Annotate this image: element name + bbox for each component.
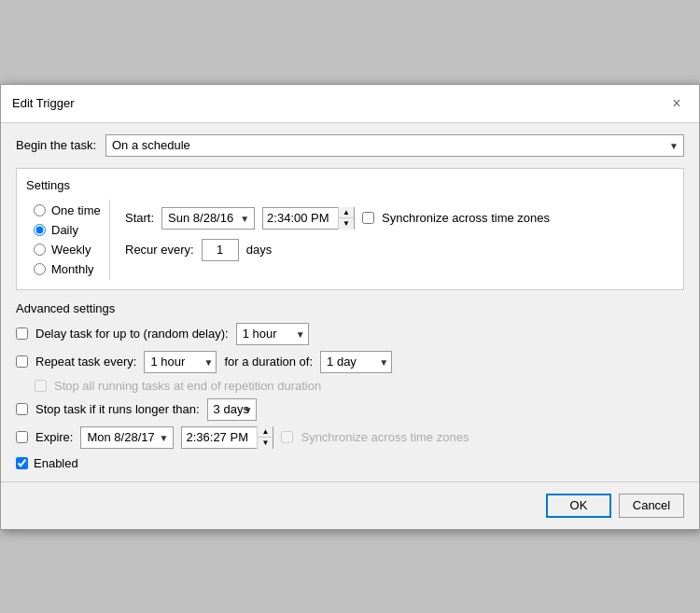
radio-monthly-input[interactable] — [34, 263, 46, 275]
start-time-input[interactable] — [263, 208, 338, 229]
radio-weekly-label[interactable]: Weekly — [51, 243, 91, 257]
start-time-down[interactable]: ▼ — [339, 218, 354, 230]
repeat-task-checkbox[interactable] — [16, 355, 28, 368]
stop-repetition-checkbox[interactable] — [35, 380, 47, 392]
expire-checkbox[interactable] — [16, 431, 28, 443]
expire-time-spinner: ▲ ▼ — [181, 426, 273, 449]
expire-sync-label: Synchronize across time zones — [301, 430, 469, 444]
enabled-row: Enabled — [16, 456, 684, 470]
stop-repetition-label: Stop all running tasks at end of repetit… — [54, 379, 321, 393]
radio-one-time: One time — [34, 203, 102, 217]
enabled-label[interactable]: Enabled — [34, 456, 78, 470]
stop-longer-checkbox[interactable] — [16, 403, 28, 415]
edit-trigger-dialog: Edit Trigger × Begin the task: On a sche… — [0, 84, 700, 530]
expire-time-input[interactable] — [182, 427, 257, 448]
delay-task-checkbox[interactable] — [16, 327, 28, 340]
bottom-buttons: OK Cancel — [1, 481, 699, 529]
expire-time-up[interactable]: ▲ — [258, 426, 273, 439]
begin-task-select[interactable]: On a schedule At log on At startup — [105, 134, 684, 157]
radio-daily-input[interactable] — [34, 224, 46, 236]
repeat-task-label[interactable]: Repeat task every: — [35, 355, 136, 369]
start-time-spinner: ▲ ▼ — [262, 207, 355, 230]
begin-task-dropdown-wrapper: On a schedule At log on At startup ▼ — [105, 134, 684, 157]
sync-timezone-label[interactable]: Synchronize across time zones — [382, 211, 550, 225]
schedule-area: Start: Sun 8/28/16 ▼ ▲ ▼ — [110, 200, 674, 280]
recur-input[interactable] — [202, 239, 239, 261]
radio-daily: Daily — [34, 223, 102, 237]
expire-date-select[interactable]: Mon 8/28/17 — [80, 426, 174, 449]
enabled-checkbox[interactable] — [16, 457, 28, 469]
stop-repetition-row: Stop all running tasks at end of repetit… — [16, 379, 684, 393]
stop-longer-select[interactable]: 3 days 1 hour 1 day — [207, 398, 257, 421]
expire-row: Expire: Mon 8/28/17 ▼ ▲ ▼ Synchronize ac… — [16, 426, 684, 449]
duration-dropdown-wrapper: 1 day Indefinitely 1 hour ▼ — [320, 351, 392, 373]
advanced-label: Advanced settings — [16, 301, 684, 315]
delay-select[interactable]: 1 hour 30 minutes 2 hours — [236, 323, 309, 345]
radio-daily-label[interactable]: Daily — [51, 223, 78, 237]
expire-date-wrapper: Mon 8/28/17 ▼ — [80, 426, 174, 449]
start-label: Start: — [125, 211, 154, 225]
sync-timezone-checkbox[interactable] — [362, 212, 374, 224]
begin-task-row: Begin the task: On a schedule At log on … — [16, 134, 684, 157]
stop-longer-label[interactable]: Stop task if it runs longer than: — [35, 402, 200, 416]
radio-column: One time Daily Weekly Monthly — [26, 200, 110, 280]
advanced-section: Advanced settings Delay task for up to (… — [16, 301, 684, 470]
recur-unit: days — [246, 243, 272, 257]
repeat-task-row: Repeat task every: 1 hour 30 minutes 2 h… — [16, 351, 684, 373]
ok-button[interactable]: OK — [546, 494, 611, 518]
radio-monthly-label[interactable]: Monthly — [51, 262, 94, 276]
recur-label: Recur every: — [125, 243, 194, 257]
radio-monthly: Monthly — [34, 262, 102, 276]
begin-task-label: Begin the task: — [16, 138, 96, 152]
settings-inner: One time Daily Weekly Monthly — [26, 200, 674, 280]
stop-longer-row: Stop task if it runs longer than: 3 days… — [16, 398, 684, 421]
delay-task-label[interactable]: Delay task for up to (random delay): — [35, 327, 229, 341]
repeat-dropdown-wrapper: 1 hour 30 minutes 2 hours ▼ — [144, 351, 217, 373]
expire-label[interactable]: Expire: — [35, 430, 73, 444]
expire-sync-checkbox[interactable] — [281, 431, 293, 443]
radio-one-time-label[interactable]: One time — [51, 203, 101, 217]
dialog-title: Edit Trigger — [12, 96, 74, 110]
radio-weekly: Weekly — [34, 243, 102, 257]
duration-select[interactable]: 1 day Indefinitely 1 hour — [320, 351, 392, 373]
close-button[interactable]: × — [665, 92, 688, 115]
start-date-select[interactable]: Sun 8/28/16 — [161, 207, 255, 230]
expire-time-down[interactable]: ▼ — [258, 438, 273, 449]
start-row: Start: Sun 8/28/16 ▼ ▲ ▼ — [125, 207, 659, 230]
start-time-arrows: ▲ ▼ — [338, 207, 354, 230]
recur-row: Recur every: days — [125, 239, 659, 261]
cancel-button[interactable]: Cancel — [619, 494, 684, 518]
settings-label: Settings — [26, 178, 674, 192]
delay-task-row: Delay task for up to (random delay): 1 h… — [16, 323, 684, 345]
radio-one-time-input[interactable] — [34, 204, 46, 216]
expire-time-arrows: ▲ ▼ — [257, 426, 273, 449]
duration-label: for a duration of: — [224, 355, 313, 369]
stop-longer-dropdown-wrapper: 3 days 1 hour 1 day ▼ — [207, 398, 257, 421]
repeat-select[interactable]: 1 hour 30 minutes 2 hours — [144, 351, 217, 373]
settings-section: Settings One time Daily Weekly — [16, 168, 684, 290]
delay-dropdown-wrapper: 1 hour 30 minutes 2 hours ▼ — [236, 323, 309, 345]
title-bar: Edit Trigger × — [1, 85, 699, 123]
radio-weekly-input[interactable] — [34, 244, 46, 256]
start-date-wrapper: Sun 8/28/16 ▼ — [161, 207, 255, 230]
start-time-up[interactable]: ▲ — [339, 207, 354, 219]
